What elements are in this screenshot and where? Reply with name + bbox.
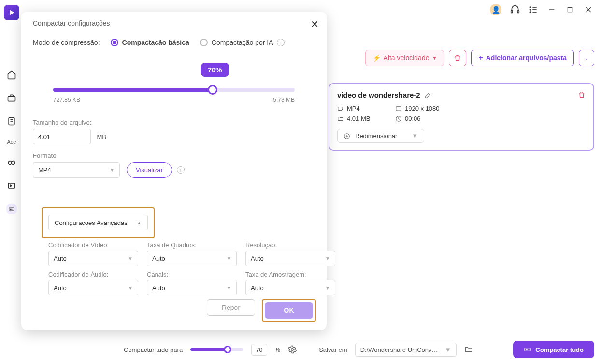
home-icon[interactable]: [6, 70, 17, 80]
file-format: MP4: [347, 105, 360, 112]
channels-select[interactable]: Auto▼: [147, 280, 237, 295]
slider-value-bubble: 70%: [201, 63, 229, 77]
minimize-icon[interactable]: [547, 5, 557, 14]
samplerate-select[interactable]: Auto▼: [245, 280, 335, 295]
filesize-input[interactable]: [33, 129, 91, 144]
advanced-settings-label: Configurações Avançadas: [55, 219, 128, 226]
svg-point-24: [291, 349, 294, 351]
add-files-dropdown[interactable]: ⌄: [579, 50, 594, 66]
modal-close-button[interactable]: ✕: [311, 18, 319, 30]
title-bar: 👤: [482, 0, 601, 19]
toolbar: ⚡ Alta velocidade ▼ + Adicionar arquivos…: [365, 50, 594, 66]
app-logo: [4, 5, 19, 20]
info-icon[interactable]: i: [177, 166, 185, 174]
close-icon[interactable]: [584, 5, 593, 14]
compression-slider-section: 70% 727.85 KB 5.73 MB: [33, 66, 315, 109]
resize-dropdown[interactable]: Redimensionar ▼: [337, 129, 424, 143]
filesize-unit: MB: [97, 133, 106, 140]
chevron-down-icon: ▼: [445, 346, 451, 353]
add-files-button[interactable]: + Adicionar arquivos/pasta: [471, 50, 574, 66]
chevron-down-icon: ▼: [227, 285, 231, 291]
compress-icon[interactable]: [6, 204, 17, 214]
resolution-label: Resolução:: [245, 241, 335, 249]
folder-icon: [337, 115, 344, 122]
edit-icon[interactable]: [424, 91, 432, 99]
clear-all-button[interactable]: [449, 50, 466, 66]
resolution-select[interactable]: Auto▼: [245, 251, 335, 266]
video-encoder-select[interactable]: Auto▼: [48, 251, 138, 266]
save-path-select[interactable]: D:\Wondershare UniConverter 1 ▼: [355, 343, 457, 357]
open-folder-icon[interactable]: [464, 345, 473, 354]
file-duration: 00:06: [405, 115, 421, 122]
resize-label: Redimensionar: [355, 132, 397, 140]
chevron-down-icon: ▼: [432, 56, 437, 61]
framerate-select[interactable]: Auto▼: [147, 251, 237, 266]
ok-button[interactable]: OK: [265, 302, 313, 319]
video-encoder-label: Codificador de Vídeo:: [48, 241, 138, 249]
file-name: video de wondershare-2: [337, 91, 420, 99]
save-to-label: Salvar em: [319, 346, 347, 353]
advanced-settings-toggle[interactable]: Configurações Avançadas ▲: [48, 215, 148, 230]
convert-icon[interactable]: [6, 181, 17, 191]
plus-icon: +: [478, 54, 483, 62]
filesize-label: Tamanho do arquivo:: [33, 119, 315, 126]
sidebar: Ace: [0, 0, 23, 364]
format-label: Formato:: [33, 152, 315, 159]
svg-rect-12: [8, 97, 15, 101]
svg-point-4: [530, 12, 531, 13]
bottom-percent-value[interactable]: 70: [251, 344, 267, 356]
slider-track[interactable]: [53, 88, 295, 92]
chevron-down-icon: ▼: [325, 285, 330, 291]
svg-point-3: [530, 9, 531, 10]
chevron-down-icon: ▼: [412, 132, 418, 140]
compression-mode-label: Modo de compressão:: [33, 39, 100, 46]
framerate-label: Taxa de Quadros:: [147, 241, 237, 249]
compress-all-to-label: Compactar tudo para: [124, 346, 183, 353]
delete-file-button[interactable]: [578, 91, 586, 98]
reset-button[interactable]: Repor: [207, 299, 255, 316]
compress-icon: [524, 346, 531, 353]
chevron-up-icon: ▲: [137, 220, 142, 225]
audio-encoder-select[interactable]: Auto▼: [48, 280, 138, 295]
mode-ai-label: Compactação por IA: [212, 39, 273, 46]
compress-settings-modal: Compactar configurações ✕ Modo de compre…: [21, 12, 327, 330]
bottom-slider[interactable]: [190, 348, 243, 351]
radio-ai[interactable]: [200, 39, 208, 46]
chevron-down-icon: ▼: [325, 256, 330, 261]
info-icon[interactable]: i: [277, 39, 285, 46]
resolution-icon: [395, 105, 402, 112]
bolt-icon: ⚡: [372, 54, 381, 62]
compress-all-button[interactable]: Compactar tudo: [513, 341, 594, 358]
file-resolution: 1920 x 1080: [405, 105, 440, 112]
chevron-down-icon: ▼: [128, 285, 133, 291]
maximize-icon[interactable]: [565, 5, 575, 14]
svg-point-2: [530, 7, 531, 8]
support-icon[interactable]: [510, 5, 520, 14]
add-files-label: Adicionar arquivos/pasta: [486, 54, 567, 62]
slider-handle[interactable]: [208, 85, 217, 95]
toolbox-icon[interactable]: [6, 93, 17, 103]
svg-rect-9: [568, 7, 572, 12]
trash-icon: [454, 54, 461, 62]
document-icon[interactable]: [6, 116, 17, 126]
settings-gear-icon[interactable]: [288, 345, 297, 354]
radio-basic[interactable]: [111, 39, 118, 46]
bottom-slider-handle[interactable]: [224, 346, 231, 353]
preview-button[interactable]: Visualizar: [127, 162, 172, 178]
ai-tool-icon[interactable]: [6, 157, 17, 168]
samplerate-label: Taxa de Amostragem:: [245, 271, 335, 278]
file-card: video de wondershare-2 MP4 1920 x 1080 4…: [329, 83, 594, 151]
ok-button-highlight: OK: [262, 299, 316, 322]
modal-title: Compactar configurações: [33, 19, 315, 27]
menu-list-icon[interactable]: [529, 5, 538, 14]
sidebar-section-label: Ace: [7, 139, 16, 145]
resize-icon: [343, 133, 350, 140]
video-icon: [337, 105, 344, 112]
high-speed-button[interactable]: ⚡ Alta velocidade ▼: [365, 50, 444, 66]
svg-point-16: [8, 161, 12, 165]
svg-rect-20: [338, 107, 342, 110]
clock-icon: [395, 115, 402, 122]
format-select[interactable]: MP4 ▼: [33, 162, 120, 178]
avatar-icon[interactable]: 👤: [490, 4, 501, 15]
chevron-down-icon: ⌄: [585, 56, 588, 61]
